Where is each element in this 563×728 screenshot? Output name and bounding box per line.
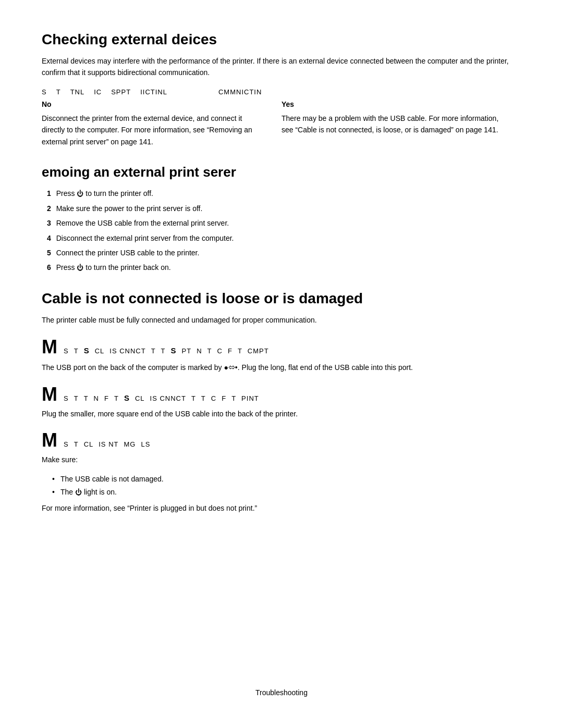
cable-not-connected-heading: Cable is not connected is loose or is da… <box>42 290 521 307</box>
step-2: 2 Make sure the power to the print serve… <box>42 203 521 214</box>
decision-table-header: S T TNL IC SPPT IICTINL CMMNICTIN <box>42 88 521 96</box>
cable-step2-bar-items: s T T N F T S CL IS CNNCT T T C F T PINT <box>64 393 259 402</box>
bar1-pt: PT <box>182 347 192 355</box>
bar2-t6: T <box>231 394 236 402</box>
bar1-t4: T <box>207 347 212 355</box>
bar1-s3: S <box>171 346 177 355</box>
bar2-n: N <box>94 394 99 402</box>
power-icon-bullet: ⏻ <box>75 488 82 496</box>
power-icon-1: ⏻ <box>77 190 83 198</box>
bullet-power-light: The ⏻ light is on. <box>52 486 521 498</box>
header-item-sppt: SPPT <box>111 88 131 96</box>
bar2-pint: PINT <box>241 394 259 402</box>
steps-list: 1 Press ⏻ to turn the printer off. 2 Mak… <box>42 188 521 274</box>
bar3-ls: LS <box>141 440 150 448</box>
cable-step3-suffix: For more information, see “Printer is pl… <box>42 502 521 514</box>
bar1-n: N <box>197 347 202 355</box>
cable-not-connected-section: Cable is not connected is loose or is da… <box>42 290 521 514</box>
removing-external-section: emoing an external print serer 1 Press ⏻… <box>42 164 521 274</box>
bar1-c: C <box>217 347 223 355</box>
bar1-t3: T <box>161 347 166 355</box>
bar1-s2: S <box>84 346 90 355</box>
bar1-cmpt: CMPT <box>248 347 269 355</box>
yes-col: Yes There may be a problem with the USB … <box>282 100 521 147</box>
bar1-t5: T <box>238 347 242 355</box>
bar2-c: C <box>211 394 216 402</box>
cable-step3-bullets: The USB cable is not damaged. The ⏻ ligh… <box>52 473 521 498</box>
cable-step3-big-m: M <box>42 431 57 450</box>
checking-external-intro: External devices may interfere with the … <box>42 55 521 79</box>
decision-table: S T TNL IC SPPT IICTINL CMMNICTIN No Dis… <box>42 88 521 147</box>
bar1-cl: CL <box>95 347 105 355</box>
step-1-text: Press ⏻ to turn the printer off. <box>56 189 153 198</box>
yes-col-label: Yes <box>282 100 506 108</box>
step-6-text: Press ⏻ to turn the printer back on. <box>56 263 171 272</box>
bar2-f2: F <box>222 394 226 402</box>
cable-step1-text: The USB port on the back of the computer… <box>42 361 521 374</box>
step-5-text: Connect the printer USB cable to the pri… <box>56 249 200 257</box>
bar3-mg: MG <box>124 440 136 448</box>
bar2-s2: S <box>124 393 130 402</box>
bar2-s: s <box>64 394 69 402</box>
checking-external-heading: Checking external deices <box>42 31 521 48</box>
bar3-s: s <box>64 440 69 448</box>
bar2-is-cnnct: IS CNNCT <box>150 394 186 402</box>
step-3-text: Remove the USB cable from the external p… <box>56 219 229 227</box>
bar2-t3: T <box>114 394 119 402</box>
step-2-text: Make sure the power to the print server … <box>56 204 203 213</box>
bar2-t: T <box>74 394 79 402</box>
bar2-f: F <box>104 394 109 402</box>
bar2-t5: T <box>201 394 206 402</box>
bar3-t: T <box>74 440 79 448</box>
cable-step3-bar-items: s T CL IS NT MG LS <box>64 440 150 448</box>
cable-step1-bar: M s T S CL IS CNNCT T T S PT N T C F T C… <box>42 338 521 356</box>
no-col-label: No <box>42 100 266 108</box>
cable-step1-bar-items: s T S CL IS CNNCT T T S PT N T C F T CMP… <box>64 346 269 355</box>
step-3: 3 Remove the USB cable from the external… <box>42 217 521 229</box>
cable-step1-big-m: M <box>42 338 57 356</box>
header-item-tnl: TNL <box>70 88 85 96</box>
header-item-ic: IC <box>94 88 102 96</box>
bar1-s: s <box>64 347 69 355</box>
bullet-usb-not-damaged: The USB cable is not damaged. <box>52 473 521 485</box>
bar1-t: T <box>74 347 79 355</box>
header-item-iictinl: IICTINL <box>140 88 167 96</box>
no-col-text: Disconnect the printer from the external… <box>42 113 266 147</box>
bar1-f: F <box>228 347 232 355</box>
step-6: 6 Press ⏻ to turn the printer back on. <box>42 262 521 274</box>
cable-step2-text: Plug the smaller, more square end of the… <box>42 408 521 419</box>
cable-step2-bar: M s T T N F T S CL IS CNNCT T T C F T PI… <box>42 385 521 404</box>
step-1: 1 Press ⏻ to turn the printer off. <box>42 188 521 200</box>
footer-text: Troubleshooting <box>255 688 308 697</box>
step-5: 5 Connect the printer USB cable to the p… <box>42 247 521 258</box>
page-footer: Troubleshooting <box>0 688 563 697</box>
removing-external-heading: emoing an external print serer <box>42 164 521 180</box>
bar2-cl: CL <box>135 394 145 402</box>
bar3-cl: CL <box>84 440 94 448</box>
header-item-s: S <box>42 88 47 96</box>
bar2-t2: T <box>84 394 89 402</box>
step-4-text: Disconnect the external print server fro… <box>56 234 234 242</box>
header-item-t: T <box>56 88 61 96</box>
step-4: 4 Disconnect the external print server f… <box>42 232 521 244</box>
decision-cols: No Disconnect the printer from the exter… <box>42 100 521 147</box>
power-icon-6: ⏻ <box>77 264 83 272</box>
bar2-t4: T <box>191 394 196 402</box>
cable-step2-big-m: M <box>42 385 57 404</box>
cable-step3-make-sure: Make sure: <box>42 454 521 465</box>
bar1-t2: T <box>151 347 156 355</box>
bar1-is-cnnct: IS CNNCT <box>109 347 145 355</box>
header-item-cmmnictin: CMMNICTIN <box>218 88 262 96</box>
cable-not-connected-intro: The printer cable must be fully connecte… <box>42 314 521 326</box>
bar3-is-nt: IS NT <box>99 440 118 448</box>
yes-col-text: There may be a problem with the USB cabl… <box>282 113 506 136</box>
no-col: No Disconnect the printer from the exter… <box>42 100 282 147</box>
checking-external-section: Checking external deices External device… <box>42 31 521 147</box>
cable-step3-bar: M s T CL IS NT MG LS <box>42 431 521 450</box>
